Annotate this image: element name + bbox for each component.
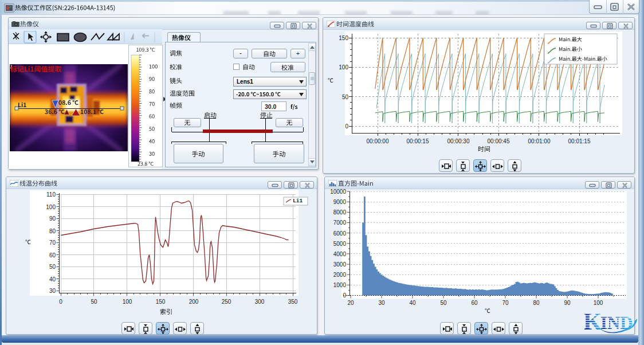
- svg-text:IND: IND: [600, 313, 633, 333]
- svg-text:K: K: [584, 308, 602, 335]
